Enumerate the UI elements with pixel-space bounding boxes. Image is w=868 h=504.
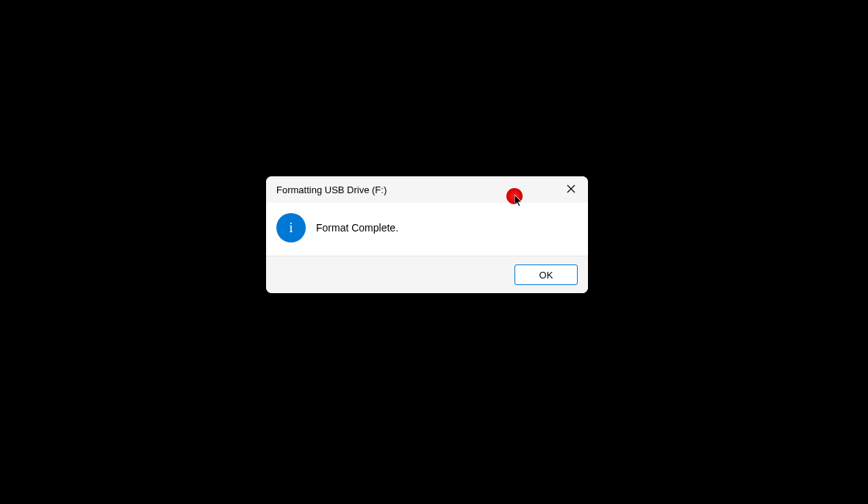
dialog-titlebar[interactable]: Formatting USB Drive (F:) bbox=[266, 176, 588, 203]
dialog-title: Formatting USB Drive (F:) bbox=[276, 184, 387, 195]
dialog-content: i Format Complete. bbox=[266, 203, 588, 256]
format-complete-dialog: Formatting USB Drive (F:) i Format Compl… bbox=[266, 176, 588, 293]
dialog-footer: OK bbox=[266, 256, 588, 293]
ok-button[interactable]: OK bbox=[514, 264, 578, 285]
dialog-message: Format Complete. bbox=[316, 222, 398, 234]
info-icon: i bbox=[276, 213, 306, 242]
close-button[interactable] bbox=[554, 176, 588, 203]
close-icon bbox=[567, 183, 575, 196]
